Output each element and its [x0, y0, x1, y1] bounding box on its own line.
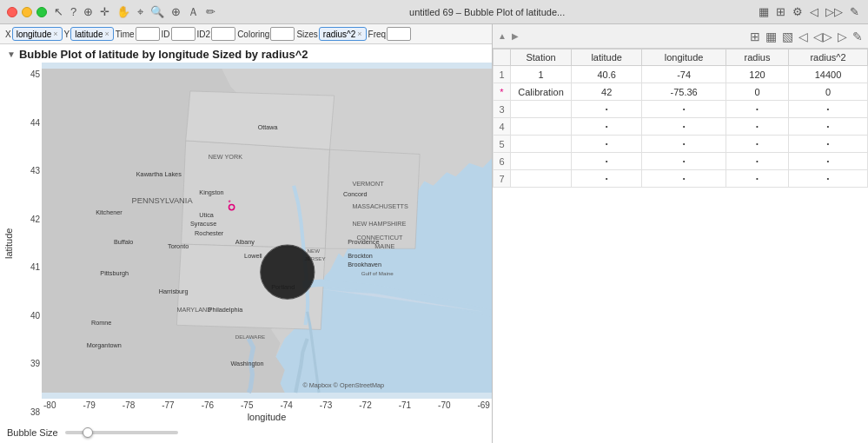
- export-left-icon[interactable]: ◁▷: [812, 29, 834, 44]
- cell-radius2-1[interactable]: 14400: [789, 66, 868, 83]
- col-header-longitude[interactable]: longitude: [642, 50, 726, 66]
- question-icon[interactable]: ?: [69, 3, 78, 20]
- maximize-button[interactable]: [36, 7, 47, 17]
- longitude-tag[interactable]: longitude ×: [12, 27, 63, 41]
- cell-radius-2[interactable]: 0: [726, 83, 788, 101]
- cell-longitude-1[interactable]: -74: [642, 66, 726, 83]
- col-header-radius[interactable]: radius: [726, 50, 788, 66]
- panel-collapse-arrow[interactable]: ▲: [496, 31, 508, 41]
- cell-radius-7[interactable]: •: [726, 170, 788, 188]
- cell-radius2-7[interactable]: •: [789, 170, 868, 188]
- row-num-3: 3: [494, 101, 511, 118]
- cell-longitude-4[interactable]: •: [642, 118, 726, 136]
- y-tick-38: 38: [19, 407, 40, 417]
- coloring-input[interactable]: [270, 27, 295, 41]
- cell-station-4[interactable]: [511, 118, 572, 136]
- forward-icon[interactable]: ▷: [836, 29, 849, 44]
- cell-station-5[interactable]: [511, 136, 572, 153]
- table-view-icon[interactable]: ⊞: [748, 29, 762, 44]
- next-icon[interactable]: ▷▷: [824, 3, 845, 20]
- panel-side-arrow[interactable]: ▶: [510, 31, 520, 41]
- settings-icon[interactable]: ⚙: [791, 3, 805, 20]
- table-icon[interactable]: ⊞: [774, 3, 787, 20]
- grid-icon[interactable]: ▦: [757, 3, 771, 20]
- cross-icon[interactable]: ✛: [98, 3, 111, 20]
- pencil-icon[interactable]: ✏: [204, 3, 217, 20]
- prev-icon[interactable]: ◁: [808, 3, 820, 20]
- x-tick--75: -75: [241, 400, 253, 410]
- id-label: ID: [162, 30, 170, 39]
- y-axis-pill: Y latitude ×: [64, 27, 114, 41]
- sizes-pill: Sizes radius^2 ×: [296, 27, 366, 41]
- latitude-remove[interactable]: ×: [104, 30, 109, 38]
- cell-latitude-7[interactable]: •: [572, 170, 642, 188]
- edit-panel-icon[interactable]: ✎: [851, 29, 865, 44]
- cell-radius-6[interactable]: •: [726, 153, 788, 170]
- cell-latitude-5[interactable]: •: [572, 136, 642, 153]
- column-view-icon[interactable]: ▦: [764, 29, 779, 44]
- cell-station-6[interactable]: [511, 153, 572, 170]
- split-view-icon[interactable]: ▧: [780, 29, 795, 44]
- cell-station-2[interactable]: Calibration: [511, 83, 572, 101]
- id-input[interactable]: [171, 27, 195, 41]
- cell-latitude-1[interactable]: 40.6: [572, 66, 642, 83]
- y-axis-ticks: 45 44 43 42 41 40 39 38: [17, 63, 42, 424]
- data-bubble[interactable]: [261, 245, 315, 299]
- plus-circle-icon[interactable]: ⊕: [82, 3, 95, 20]
- location-icon[interactable]: ⌖: [136, 3, 145, 21]
- col-header-latitude[interactable]: latitude: [572, 50, 642, 66]
- cell-radius-4[interactable]: •: [726, 118, 788, 136]
- cell-latitude-2[interactable]: 42: [572, 83, 642, 101]
- cell-latitude-6[interactable]: •: [572, 153, 642, 170]
- slider-thumb[interactable]: [83, 427, 93, 438]
- data-table-scroll[interactable]: Station latitude longitude radius radius…: [493, 49, 868, 443]
- id2-input[interactable]: [211, 27, 235, 41]
- freq-input[interactable]: [387, 27, 411, 41]
- cell-radius2-5[interactable]: •: [789, 136, 868, 153]
- hand-icon[interactable]: ✋: [115, 3, 132, 20]
- collapse-button[interactable]: ▼: [7, 50, 16, 59]
- search-icon[interactable]: 🔍: [149, 3, 166, 20]
- cell-radius-1[interactable]: 120: [726, 66, 788, 83]
- cell-latitude-4[interactable]: •: [572, 118, 642, 136]
- cell-station-1[interactable]: 1: [511, 66, 572, 83]
- radius-remove[interactable]: ×: [357, 30, 361, 38]
- time-input[interactable]: [136, 27, 160, 41]
- cell-radius2-4[interactable]: •: [789, 118, 868, 136]
- cell-radius2-3[interactable]: •: [789, 101, 868, 118]
- svg-text:Philadelphia: Philadelphia: [209, 306, 243, 314]
- col-header-station[interactable]: Station: [511, 50, 572, 66]
- cursor-icon[interactable]: ↖: [52, 3, 65, 20]
- cell-longitude-3[interactable]: •: [642, 101, 726, 118]
- y-tick-42: 42: [19, 215, 40, 224]
- radius-tag-text: radius^2: [323, 30, 356, 39]
- edit-icon[interactable]: ✎: [848, 3, 861, 20]
- cell-radius-5[interactable]: •: [726, 136, 788, 153]
- cell-longitude-6[interactable]: •: [642, 153, 726, 170]
- cell-longitude-2[interactable]: -75.36: [642, 83, 726, 101]
- y-tick-43: 43: [19, 166, 40, 175]
- chart-view-icon[interactable]: ◁: [797, 29, 810, 44]
- cell-station-7[interactable]: [511, 170, 572, 188]
- col-header-radius2[interactable]: radius^2: [789, 50, 868, 66]
- latitude-tag[interactable]: latitude ×: [70, 27, 114, 41]
- cell-longitude-5[interactable]: •: [642, 136, 726, 153]
- x-axis-label: longitude: [42, 410, 492, 424]
- minimize-button[interactable]: [22, 7, 32, 17]
- radius-tag[interactable]: radius^2 ×: [319, 27, 367, 41]
- cell-longitude-7[interactable]: •: [642, 170, 726, 188]
- text-tool-icon[interactable]: Ａ: [186, 3, 201, 22]
- cell-station-3[interactable]: [511, 101, 572, 118]
- zoom-icon[interactable]: ⊕: [169, 3, 182, 20]
- x-tick--78: -78: [123, 400, 135, 410]
- coloring-pill: Coloring: [237, 27, 295, 41]
- cell-radius-3[interactable]: •: [726, 101, 788, 118]
- bubble-size-slider[interactable]: [65, 431, 178, 434]
- close-button[interactable]: [7, 7, 17, 17]
- cell-latitude-3[interactable]: •: [572, 101, 642, 118]
- cell-radius2-6[interactable]: •: [789, 153, 868, 170]
- cell-radius2-2[interactable]: 0: [789, 83, 868, 101]
- titlebar: ↖ ? ⊕ ✛ ✋ ⌖ 🔍 ⊕ Ａ ✏ untitled 69 – Bubble…: [0, 0, 868, 24]
- longitude-remove[interactable]: ×: [53, 30, 57, 38]
- map-container[interactable]: PENNSYLVANIA NEW YORK VERMONT NEW HAMPSH…: [42, 63, 492, 399]
